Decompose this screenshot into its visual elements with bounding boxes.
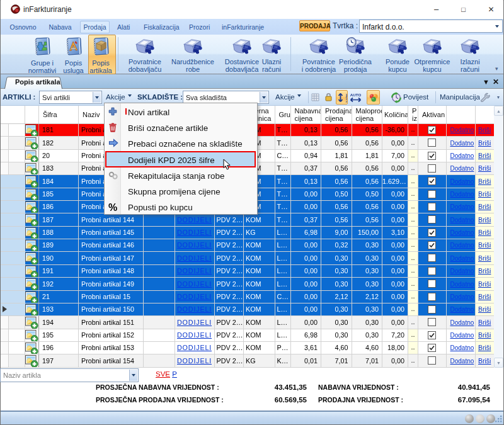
svg-text:AUTO: AUTO — [345, 94, 347, 103]
svg-text:AUTO: AUTO — [350, 93, 362, 97]
